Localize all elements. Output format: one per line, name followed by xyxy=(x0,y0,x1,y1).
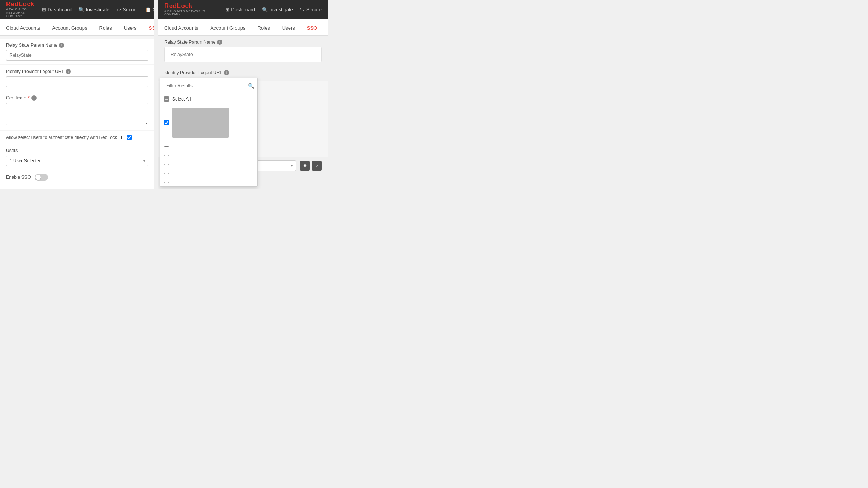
right-idp-logout-section: Identity Provider Logout URL i 🔍 Select … xyxy=(158,66,328,81)
certificate-label: Certificate * i xyxy=(6,95,148,101)
right-relay-state-section: Relay State Param Name i xyxy=(158,36,328,66)
users-section: Users 1 User Selected ▾ xyxy=(0,144,154,170)
idp-logout-label: Identity Provider Logout URL i xyxy=(6,69,148,74)
filter-item-checkbox-1[interactable] xyxy=(164,120,169,125)
right-logo-sub: A PALO ALTO NETWORKS COMPANY xyxy=(164,10,218,17)
right-nav-dashboard-label: Dashboard xyxy=(231,7,255,12)
filter-item-checkbox-6[interactable] xyxy=(164,178,169,183)
relay-state-label: Relay State Param Name i xyxy=(6,43,148,48)
search-icon: 🔍 xyxy=(78,7,84,12)
relay-state-input[interactable] xyxy=(6,50,148,61)
right-subnav-cloud-accounts[interactable]: Cloud Accounts xyxy=(158,21,204,35)
search-icon: 🔍 xyxy=(262,7,268,12)
right-subnav-account-groups[interactable]: Account Groups xyxy=(204,21,251,35)
shield-icon: 🛡 xyxy=(116,7,121,12)
idp-logout-input[interactable] xyxy=(6,76,148,87)
right-relay-state-info-icon[interactable]: i xyxy=(217,40,222,45)
filter-list-item[interactable] xyxy=(160,167,257,176)
right-subnav-roles[interactable]: Roles xyxy=(252,21,276,35)
toggle-knob xyxy=(35,175,41,180)
filter-list-item[interactable] xyxy=(160,106,257,140)
users-selected-text: 1 User Selected xyxy=(9,158,41,163)
left-panel: RedLock A PALO ALTO NETWORKS COMPANY ⊞ D… xyxy=(0,0,154,189)
filter-search-icon: 🔍 xyxy=(248,83,254,89)
select-all-minus-icon xyxy=(164,96,169,102)
left-subnav-sso[interactable]: SSO xyxy=(143,21,154,35)
left-nav-secure[interactable]: 🛡 Secure xyxy=(116,7,138,12)
left-subnav: Cloud Accounts Account Groups Roles User… xyxy=(0,19,154,36)
right-nav-dashboard[interactable]: ⊞ Dashboard xyxy=(225,7,255,12)
right-topbar: RedLock A PALO ALTO NETWORKS COMPANY ⊞ D… xyxy=(158,0,328,19)
right-nav-secure-label: Secure xyxy=(306,7,322,12)
filter-list-item[interactable] xyxy=(160,176,257,185)
right-subnav-inte[interactable]: Inte xyxy=(323,21,328,35)
allow-users-label: Allow select users to authenticate direc… xyxy=(6,135,117,140)
left-topbar-nav: ⊞ Dashboard 🔍 Investigate 🛡 Secure 📋 Com… xyxy=(42,7,154,12)
right-logo-text: RedLock xyxy=(164,3,218,10)
right-nav-investigate-label: Investigate xyxy=(269,7,293,12)
select-all-label: Select All xyxy=(172,96,191,102)
left-subnav-account-groups[interactable]: Account Groups xyxy=(46,21,93,35)
left-subnav-cloud-accounts[interactable]: Cloud Accounts xyxy=(0,21,46,35)
idp-logout-info-icon[interactable]: i xyxy=(66,69,71,74)
filter-item-checkbox-4[interactable] xyxy=(164,160,169,165)
left-subnav-roles[interactable]: Roles xyxy=(93,21,118,35)
right-subnav-sso[interactable]: SSO xyxy=(301,21,323,35)
right-relay-state-input[interactable] xyxy=(168,50,318,59)
eye-action-button[interactable]: 👁 xyxy=(300,161,310,171)
action-icons-group: 👁 ✓ xyxy=(300,161,322,171)
certificate-info-icon[interactable]: i xyxy=(31,95,37,101)
right-subnav: Cloud Accounts Account Groups Roles User… xyxy=(158,19,328,36)
chevron-down-icon: ▾ xyxy=(143,159,145,163)
left-subnav-users[interactable]: Users xyxy=(118,21,143,35)
certificate-section: Certificate * i xyxy=(0,91,154,130)
eye-icon: 👁 xyxy=(303,163,307,168)
right-nav-investigate[interactable]: 🔍 Investigate xyxy=(262,7,293,12)
allow-users-checkbox[interactable] xyxy=(127,135,132,140)
filter-list-item[interactable] xyxy=(160,140,257,149)
left-nav-compliance-label: Compliance xyxy=(153,7,154,12)
filter-list-item[interactable] xyxy=(160,158,257,167)
left-nav-investigate[interactable]: 🔍 Investigate xyxy=(78,7,110,12)
filter-item-checkbox-2[interactable] xyxy=(164,142,169,147)
grid-icon: ⊞ xyxy=(42,7,46,12)
users-label: Users xyxy=(6,148,148,153)
enable-sso-label: Enable SSO xyxy=(6,175,31,180)
right-chevron-down-icon: ▾ xyxy=(291,164,293,168)
right-topbar-nav: ⊞ Dashboard 🔍 Investigate 🛡 Secure xyxy=(225,7,322,12)
enable-sso-section: Enable SSO xyxy=(0,170,154,185)
filter-select-all[interactable]: Select All xyxy=(160,94,257,104)
left-nav-compliance[interactable]: 📋 Compliance xyxy=(145,7,154,12)
certificate-input[interactable] xyxy=(6,103,148,125)
certificate-required-star: * xyxy=(28,95,30,101)
filter-item-checkbox-3[interactable] xyxy=(164,151,169,156)
left-topbar: RedLock A PALO ALTO NETWORKS COMPANY ⊞ D… xyxy=(0,0,154,19)
left-logo-text: RedLock xyxy=(6,1,34,8)
left-logo-sub: A PALO ALTO NETWORKS COMPANY xyxy=(6,8,34,18)
right-nav-secure[interactable]: 🛡 Secure xyxy=(300,7,322,12)
check-action-button[interactable]: ✓ xyxy=(312,161,322,171)
filter-items-list xyxy=(160,104,257,186)
check-icon: ✓ xyxy=(315,163,319,168)
left-nav-dashboard[interactable]: ⊞ Dashboard xyxy=(42,7,72,12)
allow-users-info-icon[interactable]: i xyxy=(121,134,122,140)
filter-search-input[interactable] xyxy=(163,81,246,91)
right-subnav-users[interactable]: Users xyxy=(276,21,301,35)
filter-item-checkbox-5[interactable] xyxy=(164,169,169,174)
users-dropdown[interactable]: 1 User Selected ▾ xyxy=(6,156,148,166)
filter-search-bar: 🔍 xyxy=(160,78,257,94)
relay-state-info-icon[interactable]: i xyxy=(59,43,64,48)
right-panel: RedLock A PALO ALTO NETWORKS COMPANY ⊞ D… xyxy=(158,0,328,189)
compliance-icon: 📋 xyxy=(145,7,151,12)
shield-icon: 🛡 xyxy=(300,7,305,12)
filter-dropdown: 🔍 Select All xyxy=(160,78,258,187)
relay-state-section: Relay State Param Name i xyxy=(0,39,154,64)
left-logo: RedLock A PALO ALTO NETWORKS COMPANY xyxy=(6,1,34,18)
right-idp-logout-info-icon[interactable]: i xyxy=(224,70,229,75)
filter-list-item[interactable] xyxy=(160,149,257,158)
allow-users-section: Allow select users to authenticate direc… xyxy=(0,131,154,144)
idp-logout-section: Identity Provider Logout URL i xyxy=(0,65,154,91)
enable-sso-toggle[interactable] xyxy=(35,174,48,181)
left-nav-secure-label: Secure xyxy=(123,7,138,12)
filter-item-image-placeholder xyxy=(172,108,229,138)
